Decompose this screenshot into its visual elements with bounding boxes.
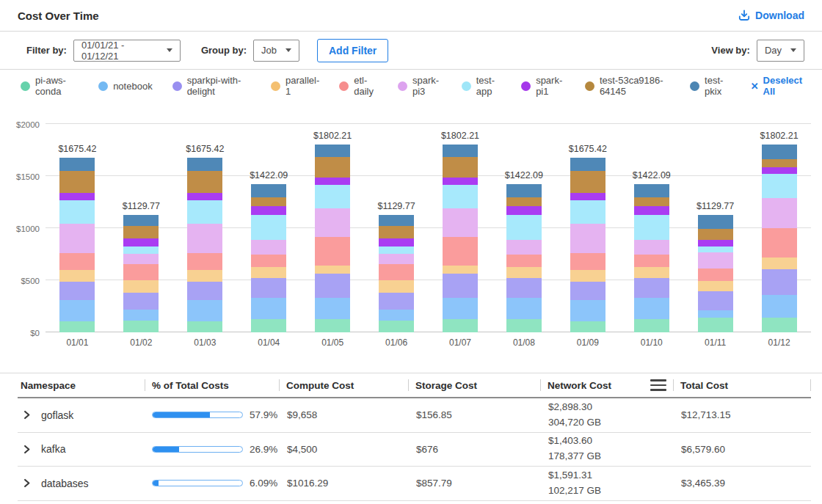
close-icon: ✕ [751, 81, 759, 92]
bar-segment-test-app [123, 246, 159, 254]
bar-segment-test-pkix [762, 145, 797, 158]
legend-item-spark-pi1[interactable]: spark-pi1 [521, 75, 565, 97]
bar-segment-parallel-1 [123, 280, 159, 293]
legend-dot-icon [339, 81, 349, 91]
legend-item-test-pkix[interactable]: test-pkix [690, 75, 731, 97]
stacked-bar-01/10[interactable] [634, 184, 669, 332]
date-range-select[interactable]: 01/01/21 - 01/12/21 [73, 40, 181, 62]
bar-segment-parallel-1 [315, 266, 350, 273]
bar-segment-pi-aws-conda [570, 321, 605, 332]
legend-dot-icon [690, 81, 699, 91]
namespace-cell: kafka [18, 443, 145, 455]
bar-group-01/05: $1802.21 [301, 124, 365, 332]
bar-segment-notebook [251, 298, 286, 319]
stacked-bar-01/01[interactable] [59, 158, 95, 332]
bar-segment-test-pkix [570, 158, 605, 171]
legend-label: spark-pi3 [412, 75, 442, 97]
namespace-label: databases [41, 478, 89, 489]
chevron-down-icon [790, 48, 796, 52]
page-header: Cost Over Time Download [0, 0, 822, 32]
legend-item-etl-daily[interactable]: etl-daily [339, 75, 378, 97]
x-axis-label: 01/10 [619, 337, 683, 348]
table-row-goflask[interactable]: goflask57.9%$9,658$156.85$2,898.30304,72… [18, 398, 811, 433]
bar-segment-notebook [762, 295, 797, 318]
bar-segment-test-53ca9186-64145 [762, 159, 797, 168]
expand-chevron-icon[interactable] [22, 478, 32, 488]
bar-total-label: $1802.21 [441, 131, 479, 141]
view-by-select[interactable]: Day [757, 40, 804, 62]
table-row-kafka[interactable]: kafka26.9%$4,500$676$1,403.60178,377 GB$… [18, 433, 811, 467]
legend-dot-icon [98, 81, 108, 91]
storage-cost-cell: $857.79 [408, 478, 540, 489]
bar-segment-spark-pi3 [762, 198, 797, 228]
stacked-bar-01/11[interactable] [698, 215, 733, 332]
group-by-select[interactable]: Job [253, 40, 299, 62]
expand-chevron-icon[interactable] [22, 445, 32, 454]
bar-segment-test-app [443, 185, 478, 208]
table-row-databases[interactable]: databases6.09%$1016.29$857.79$1,591.3110… [18, 467, 811, 501]
percent-cell: 26.9% [145, 444, 279, 455]
stacked-bar-01/03[interactable] [187, 158, 222, 332]
bar-segment-etl-daily [123, 264, 159, 280]
add-filter-button[interactable]: Add Filter [317, 39, 388, 62]
chevron-down-icon [167, 48, 172, 52]
column-header-compute-cost: Compute Cost [279, 373, 408, 397]
network-cost-cell: $2,898.30304,720 GB [540, 400, 673, 431]
namespace-label: kafka [41, 443, 65, 455]
bar-segment-sparkpi-with-delight [251, 278, 286, 298]
bar-segment-notebook [187, 300, 222, 321]
bar-segment-parallel-1 [379, 280, 414, 293]
bar-segment-parallel-1 [187, 270, 222, 281]
x-axis-label: 01/11 [683, 337, 747, 348]
bar-segment-etl-daily [443, 237, 478, 266]
bar-segment-test-pkix [506, 184, 542, 197]
deselect-all-button[interactable]: ✕ Deselect All [751, 75, 804, 97]
y-axis-tick-label: $1000 [1, 224, 40, 233]
legend-item-notebook[interactable]: notebook [98, 81, 153, 92]
bar-segment-pi-aws-conda [762, 318, 797, 332]
legend-item-test-app[interactable]: test-app [462, 75, 501, 97]
storage-cost-cell: $676 [408, 444, 540, 455]
bar-segment-sparkpi-with-delight [59, 282, 95, 300]
bar-segment-etl-daily [506, 255, 542, 267]
bar-segment-spark-pi3 [506, 240, 542, 254]
column-header-network-cost: Network Cost [540, 373, 673, 397]
legend-item-parallel-1[interactable]: parallel-1 [271, 75, 319, 97]
bar-segment-notebook [123, 310, 159, 321]
bar-segment-spark-pi1 [59, 193, 95, 201]
menu-icon[interactable] [650, 379, 666, 391]
bar-group-01/07: $1802.21 [429, 124, 492, 332]
total-cost-cell: $12,713.15 [673, 409, 811, 420]
group-by-value: Job [261, 45, 277, 56]
column-header--of-total-costs: % of Total Costs [145, 373, 279, 397]
legend-item-pi-aws-conda[interactable]: pi-aws-conda [21, 75, 79, 97]
bar-group-01/08: $1422.09 [492, 124, 556, 332]
filter-bar: Filter by: 01/01/21 - 01/12/21 Group by:… [0, 32, 822, 70]
bar-segment-test-pkix [315, 145, 350, 157]
stacked-bar-01/12[interactable] [762, 145, 797, 332]
expand-chevron-icon[interactable] [22, 410, 32, 420]
stacked-bar-01/09[interactable] [570, 158, 605, 332]
legend-label: pi-aws-conda [35, 75, 79, 97]
stacked-bar-01/07[interactable] [443, 145, 478, 332]
bar-segment-sparkpi-with-delight [187, 282, 222, 300]
column-header-label: Storage Cost [415, 380, 477, 391]
bar-segment-pi-aws-conda [251, 319, 286, 332]
stacked-bar-01/04[interactable] [251, 184, 286, 332]
download-button[interactable]: Download [738, 10, 804, 21]
legend-item-test-53ca9186-64145[interactable]: test-53ca9186-64145 [585, 75, 670, 97]
stacked-bar-01/05[interactable] [315, 145, 350, 332]
namespace-cell: databases [18, 478, 145, 489]
page-title: Cost Over Time [18, 10, 99, 22]
network-cost-cell: $1,591.31102,217 GB [540, 468, 673, 499]
bar-segment-test-pkix [443, 145, 478, 157]
y-axis-tick-label: $500 [1, 277, 40, 285]
column-header-label: Compute Cost [286, 380, 354, 391]
legend-item-spark-pi3[interactable]: spark-pi3 [398, 75, 442, 97]
legend-label: etl-daily [354, 75, 378, 97]
bar-segment-test-53ca9186-64145 [187, 171, 222, 193]
stacked-bar-01/08[interactable] [506, 184, 542, 332]
stacked-bar-01/02[interactable] [123, 215, 159, 332]
stacked-bar-01/06[interactable] [379, 215, 414, 332]
legend-item-sparkpi-with-delight[interactable]: sparkpi-with-delight [172, 75, 251, 97]
